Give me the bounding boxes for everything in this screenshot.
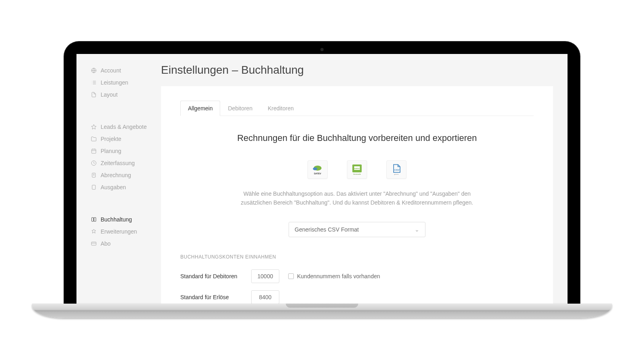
kundennummern-checkbox[interactable]: Kundennummern falls vorhanden xyxy=(288,273,380,279)
puzzle-icon xyxy=(91,229,97,234)
sidebar-item-label: Account xyxy=(101,67,121,74)
sidebar-group-2: Leads & Angebote Projekte xyxy=(76,117,161,197)
sidebar: Account Leistungen Layout xyxy=(76,54,161,304)
sidebar-group-1: Account Leistungen Layout xyxy=(76,60,161,105)
columns-icon xyxy=(91,217,97,222)
checkbox-icon xyxy=(288,273,294,279)
erloese-input[interactable] xyxy=(251,290,279,304)
row-erloese: Standard für Erlöse xyxy=(180,290,534,304)
sidebar-item-account[interactable]: Account xyxy=(76,64,161,77)
sidebar-item-label: Ausgaben xyxy=(101,184,126,190)
sidebar-item-buchhaltung[interactable]: Buchhaltung xyxy=(76,213,161,226)
sidebar-item-zeiterfassung[interactable]: Zeiterfassung xyxy=(76,157,161,169)
sidebar-item-layout[interactable]: Layout xyxy=(76,89,161,101)
laptop-camera xyxy=(320,48,324,51)
format-select[interactable]: Generisches CSV Format ⌄ xyxy=(289,222,425,237)
tab-kreditoren[interactable]: Kreditoren xyxy=(260,101,301,116)
card-icon xyxy=(91,241,97,246)
sidebar-item-projekte[interactable]: Projekte xyxy=(76,133,161,145)
sidebar-item-label: Abo xyxy=(101,240,111,247)
tab-allgemein[interactable]: Allgemein xyxy=(180,101,220,116)
sidebar-item-abrechnung[interactable]: Abrechnung xyxy=(76,169,161,181)
sidebar-item-label: Planung xyxy=(101,148,121,154)
sidebar-item-ausgaben[interactable]: Ausgaben xyxy=(76,181,161,193)
main-content: Einstellungen – Buchhaltung Allgemein De… xyxy=(161,54,568,304)
section-label: BUCHHALTUNGSKONTEN EINNAHMEN xyxy=(180,254,534,260)
svg-text:DATEV: DATEV xyxy=(314,172,321,175)
sidebar-item-label: Erweiterungen xyxy=(101,228,137,235)
sidebar-item-label: Abrechnung xyxy=(101,172,131,178)
option-csv[interactable]: CSV generic xyxy=(386,160,407,179)
sidebar-item-leistungen[interactable]: Leistungen xyxy=(76,77,161,89)
sidebar-item-leads[interactable]: Leads & Angebote xyxy=(76,121,161,133)
sidebar-item-label: Zeiterfassung xyxy=(101,160,135,166)
content-heading: Rechnungen für die Buchhaltung vorbereit… xyxy=(180,133,534,143)
option-description: Wähle eine Buchhaltungsoption aus. Das a… xyxy=(228,189,486,207)
file-icon xyxy=(91,184,97,190)
svg-text:Schnittstelle: Schnittstelle xyxy=(353,174,361,175)
sidebar-item-label: Leistungen xyxy=(101,79,128,86)
globe-icon xyxy=(91,68,97,73)
sidebar-item-label: Buchhaltung xyxy=(101,216,132,223)
sidebar-item-label: Projekte xyxy=(101,136,121,142)
laptop-frame: Account Leistungen Layout xyxy=(64,42,580,318)
app: Account Leistungen Layout xyxy=(76,54,568,304)
select-value: Generisches CSV Format xyxy=(295,226,359,233)
export-option-cards: DATEV DATEV Schnittstelle xyxy=(180,160,534,179)
sidebar-group-3: Buchhaltung Erweiterungen xyxy=(76,209,161,254)
settings-card: Allgemein Debitoren Kreditoren Rechnunge… xyxy=(161,86,553,304)
erloese-label: Standard für Erlöse xyxy=(180,294,245,300)
debitoren-input[interactable] xyxy=(251,269,279,283)
tab-debitoren[interactable]: Debitoren xyxy=(220,101,260,116)
svg-marker-7 xyxy=(91,124,96,129)
checkbox-label: Kundennummern falls vorhanden xyxy=(297,273,380,279)
list-icon xyxy=(91,80,97,85)
svg-text:CSV: CSV xyxy=(394,168,400,171)
sidebar-item-label: Leads & Angebote xyxy=(101,124,147,130)
option-datev-schnittstelle[interactable]: DATEV Schnittstelle xyxy=(347,160,367,179)
folder-icon xyxy=(91,136,97,142)
star-icon xyxy=(91,124,97,130)
row-debitoren: Standard für Debitoren Kundennummern fal… xyxy=(180,269,534,283)
sidebar-item-label: Layout xyxy=(101,91,118,98)
sidebar-item-planung[interactable]: Planung xyxy=(76,145,161,157)
document-icon xyxy=(91,92,97,97)
sidebar-item-erweiterungen[interactable]: Erweiterungen xyxy=(76,226,161,238)
svg-rect-17 xyxy=(92,217,94,221)
svg-text:DATEV: DATEV xyxy=(354,168,360,170)
debitoren-label: Standard für Debitoren xyxy=(180,273,245,279)
page-title: Einstellungen – Buchhaltung xyxy=(161,54,553,86)
svg-point-22 xyxy=(313,168,317,170)
option-datev[interactable]: DATEV xyxy=(308,160,328,179)
svg-rect-8 xyxy=(92,149,96,153)
svg-text:generic: generic xyxy=(394,174,399,175)
sidebar-item-abo[interactable]: Abo xyxy=(76,238,161,250)
svg-rect-16 xyxy=(92,185,95,190)
calendar-icon xyxy=(91,148,97,154)
svg-rect-19 xyxy=(91,242,96,245)
receipt-icon xyxy=(91,172,97,178)
chevron-down-icon: ⌄ xyxy=(415,226,419,233)
clock-icon xyxy=(91,160,97,166)
tabs: Allgemein Debitoren Kreditoren xyxy=(180,101,534,116)
svg-rect-18 xyxy=(94,217,96,221)
